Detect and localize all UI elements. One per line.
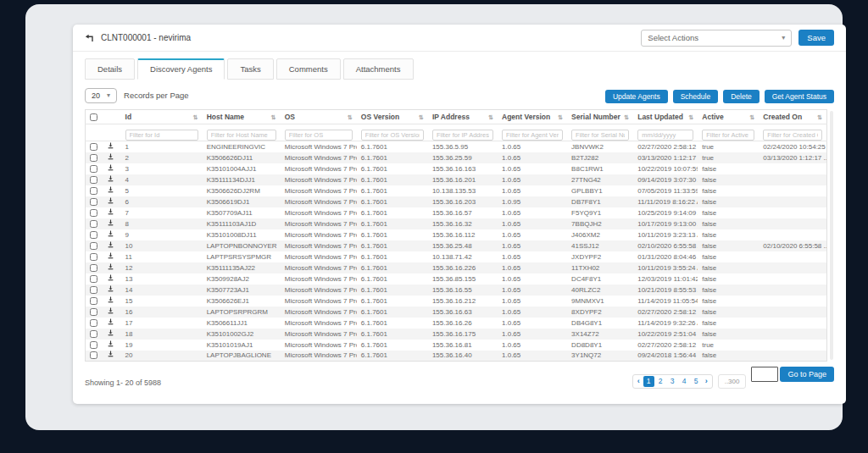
row-checkbox-cell [86, 285, 103, 296]
download-agent-icon[interactable] [107, 296, 114, 304]
sort-icon[interactable]: ⇅ [558, 114, 563, 121]
row-checkbox[interactable] [90, 209, 97, 217]
select-actions-dropdown[interactable]: Select Actions ▾ [641, 30, 792, 47]
row-checkbox[interactable] [90, 264, 97, 272]
sort-icon[interactable]: ⇅ [688, 114, 693, 121]
select-all-checkbox[interactable] [90, 113, 97, 121]
column-header-os[interactable]: ⇅OS [281, 110, 357, 124]
column-header-serial-number[interactable]: ⇅Serial Number [567, 110, 633, 124]
column-header-ip-address[interactable]: ⇅IP Address [428, 110, 498, 124]
page-2[interactable]: 2 [655, 376, 666, 387]
delete-button[interactable]: Delete [723, 90, 760, 103]
filter-input-ip-address[interactable] [432, 130, 493, 141]
goto-page-button[interactable]: Go to Page [780, 367, 834, 382]
row-checkbox[interactable] [90, 165, 97, 173]
column-header-active[interactable]: ⇅Active [698, 110, 759, 124]
schedule-button[interactable]: Schedule [673, 90, 718, 103]
row-checkbox[interactable] [90, 231, 97, 239]
column-header-agent-version[interactable]: ⇅Agent Version [498, 110, 567, 124]
row-checkbox[interactable] [90, 220, 97, 228]
page-1[interactable]: 1 [643, 376, 654, 387]
tab-details[interactable]: Details [85, 58, 135, 80]
page-5[interactable]: 5 [691, 376, 702, 387]
row-checkbox[interactable] [90, 187, 97, 195]
cell-serial-number: B2TJ282 [567, 152, 633, 163]
page-4[interactable]: 4 [679, 376, 690, 387]
sort-icon[interactable]: ⇅ [488, 114, 493, 121]
column-header-created-on[interactable]: ⇅Created On [759, 110, 826, 124]
cell-host-name: LAPTOPNBONNOYER [203, 240, 281, 251]
row-checkbox[interactable] [90, 319, 97, 327]
filter-input-created-on[interactable] [763, 130, 822, 141]
row-checkbox[interactable] [90, 351, 97, 359]
download-agent-icon[interactable] [107, 263, 114, 271]
get-agent-status-button[interactable]: Get Agent Status [765, 90, 834, 103]
filter-input-os-version[interactable] [361, 130, 424, 141]
prev-page-icon[interactable]: ‹ [635, 376, 643, 387]
filter-input-agent-version[interactable] [502, 130, 563, 141]
row-checkbox[interactable] [90, 275, 97, 283]
download-agent-icon[interactable] [107, 307, 114, 315]
back-arrow-icon[interactable] [85, 34, 93, 42]
sort-icon[interactable]: ⇅ [193, 114, 198, 121]
cell-agent-version: 1.0.65 [498, 218, 567, 229]
download-agent-icon[interactable] [107, 329, 114, 337]
download-agent-icon[interactable] [107, 351, 114, 358]
row-checkbox[interactable] [90, 198, 97, 206]
download-agent-icon[interactable] [107, 164, 114, 172]
sort-icon[interactable]: ⇅ [271, 114, 276, 121]
download-agent-icon[interactable] [107, 142, 114, 150]
row-checkbox[interactable] [90, 330, 97, 338]
download-agent-icon[interactable] [107, 252, 114, 260]
row-checkbox[interactable] [90, 143, 97, 151]
row-checkbox[interactable] [90, 242, 97, 250]
download-agent-icon[interactable] [107, 340, 114, 348]
page-3[interactable]: 3 [667, 376, 678, 387]
sort-icon[interactable]: ⇅ [624, 114, 629, 121]
filter-input-id[interactable] [125, 130, 198, 141]
download-agent-icon[interactable] [107, 153, 114, 161]
select-actions-label: Select Actions [648, 33, 698, 42]
last-page-link[interactable]: ..300 [718, 374, 747, 389]
column-header-last-updated[interactable]: ⇅Last Updated [633, 110, 698, 124]
download-agent-icon[interactable] [107, 241, 114, 249]
filter-input-last-updated[interactable] [637, 130, 693, 141]
row-checkbox[interactable] [90, 297, 97, 305]
sort-icon[interactable]: ⇅ [419, 114, 424, 121]
download-agent-icon[interactable] [107, 318, 114, 326]
next-page-icon[interactable]: › [703, 376, 710, 387]
update-agents-button[interactable]: Update Agents [605, 90, 668, 103]
download-agent-icon[interactable] [107, 186, 114, 194]
goto-page-input[interactable] [751, 367, 778, 382]
row-checkbox[interactable] [90, 286, 97, 294]
filter-input-host-name[interactable] [207, 130, 276, 141]
records-per-page-select[interactable]: 20 ▾ [85, 88, 117, 103]
filter-input-active[interactable] [702, 130, 754, 141]
filter-input-os[interactable] [285, 130, 353, 141]
download-agent-icon[interactable] [107, 219, 114, 227]
tab-discovery-agents[interactable]: Discovery Agents [137, 58, 225, 80]
vertical-scrollbar[interactable] [830, 111, 833, 360]
row-checkbox[interactable] [90, 176, 97, 184]
filter-input-serial-number[interactable] [571, 130, 629, 141]
download-agent-icon[interactable] [107, 175, 114, 183]
row-checkbox[interactable] [90, 154, 97, 162]
save-button[interactable]: Save [798, 30, 834, 46]
tab-attachments[interactable]: Attachments [343, 58, 414, 80]
column-header-os-version[interactable]: ⇅OS Version [357, 110, 428, 124]
sort-icon[interactable]: ⇅ [348, 114, 353, 121]
tab-comments[interactable]: Comments [276, 58, 341, 80]
row-checkbox[interactable] [90, 253, 97, 261]
sort-icon[interactable]: ⇅ [749, 114, 754, 121]
download-agent-icon[interactable] [107, 274, 114, 282]
sort-icon[interactable]: ⇅ [817, 114, 822, 121]
column-header-host-name[interactable]: ⇅Host Name [203, 110, 281, 124]
row-checkbox[interactable] [90, 308, 97, 316]
column-header-id[interactable]: ⇅Id [121, 110, 203, 124]
download-agent-icon[interactable] [107, 285, 114, 293]
download-agent-icon[interactable] [107, 230, 114, 238]
download-agent-icon[interactable] [107, 197, 114, 205]
row-checkbox[interactable] [90, 341, 97, 349]
tab-tasks[interactable]: Tasks [227, 58, 273, 80]
download-agent-icon[interactable] [107, 208, 114, 216]
